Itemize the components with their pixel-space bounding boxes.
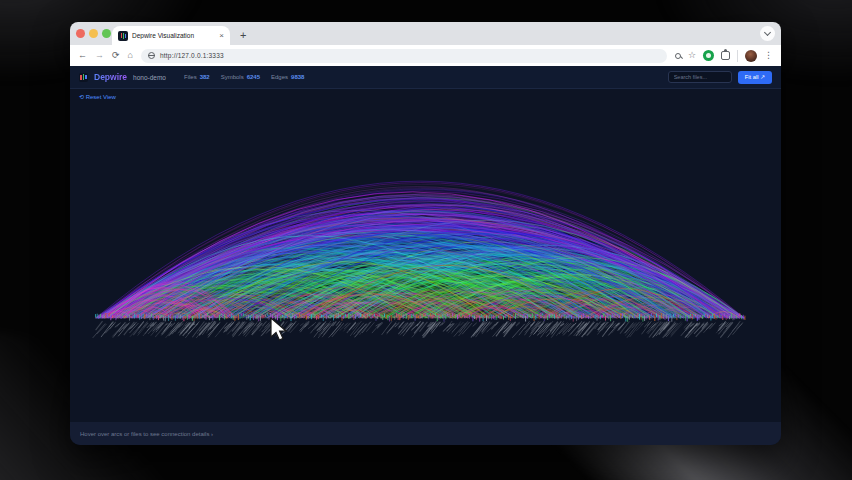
url-text: http://127.0.0.1:3333 (160, 52, 224, 59)
app-header: Depwire hono-demo Files 382 Symbols 6245… (70, 66, 781, 89)
search-input[interactable] (668, 71, 732, 83)
minimize-window-button[interactable] (89, 29, 98, 38)
stats-bar: Files 382 Symbols 6245 Edges 9838 (184, 74, 304, 80)
stat-files: Files 382 (184, 74, 210, 80)
arc-diagram[interactable] (70, 89, 781, 422)
browser-menu-icon[interactable]: ⋮ (764, 51, 773, 60)
profile-avatar[interactable] (745, 50, 757, 62)
toolbar-actions: ☆ ⋮ (675, 50, 773, 62)
browser-toolbar: ← → ⟳ ⌂ http://127.0.0.1:3333 ☆ ⋮ (70, 45, 781, 66)
stat-edges: Edges 9838 (271, 74, 304, 80)
depwire-logo-icon (79, 73, 88, 82)
home-button[interactable]: ⌂ (128, 51, 133, 60)
url-bar[interactable]: http://127.0.0.1:3333 (141, 49, 667, 63)
tab-favicon-icon (118, 31, 128, 41)
project-name: hono-demo (133, 74, 166, 81)
tab-search-button[interactable] (760, 26, 775, 41)
extensions-puzzle-icon[interactable] (721, 51, 730, 60)
reload-button[interactable]: ⟳ (112, 51, 120, 60)
search-icon[interactable] (675, 53, 681, 59)
app-footer: Hover over arcs or files to see connecti… (70, 422, 781, 445)
bookmark-star-icon[interactable]: ☆ (688, 51, 696, 60)
close-window-button[interactable] (76, 29, 85, 38)
browser-window: Depwire Visualization × + ← → ⟳ ⌂ http:/… (70, 22, 781, 445)
tab-strip: Depwire Visualization × + (70, 22, 781, 45)
new-tab-button[interactable]: + (240, 28, 246, 42)
stat-symbols: Symbols 6245 (221, 74, 260, 80)
zoom-window-button[interactable] (102, 29, 111, 38)
page-content: Depwire hono-demo Files 382 Symbols 6245… (70, 66, 781, 445)
extension-icon[interactable] (703, 50, 714, 61)
tab-close-icon[interactable]: × (219, 32, 224, 40)
forward-button[interactable]: → (95, 51, 104, 60)
chevron-down-icon (764, 29, 771, 36)
footer-hint-text: Hover over arcs or files to see connecti… (80, 431, 213, 437)
site-info-icon[interactable] (148, 52, 155, 59)
fit-all-button[interactable]: Fit all ↗ (738, 71, 772, 84)
app-brand: Depwire (94, 72, 127, 82)
tab-title: Depwire Visualization (132, 32, 215, 39)
back-button[interactable]: ← (78, 51, 87, 60)
browser-tab[interactable]: Depwire Visualization × (112, 26, 230, 45)
toolbar-divider (737, 50, 738, 62)
